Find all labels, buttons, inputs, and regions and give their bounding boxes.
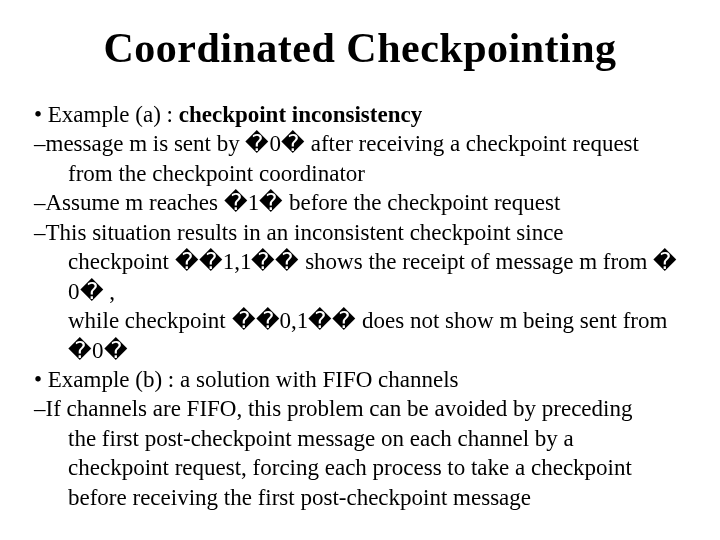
placeholder-icon: �	[275, 247, 299, 276]
continuation: before receiving the first post-checkpoi…	[34, 483, 686, 512]
text: shows the receipt of message m from	[299, 249, 653, 274]
placeholder-icon: �	[281, 129, 305, 158]
text: –message m is sent by	[34, 131, 245, 156]
bullet-assume: –Assume m reaches �1� before the checkpo…	[34, 188, 686, 217]
slide-title: Coordinated Checkpointing	[34, 24, 686, 72]
text: ,	[104, 279, 116, 304]
placeholder-icon: �	[308, 306, 332, 335]
placeholder-icon: �	[245, 129, 269, 158]
placeholder-icon: �	[68, 336, 92, 365]
continuation: checkpoint request, forcing each process…	[34, 453, 686, 482]
text: after receiving a checkpoint request	[305, 131, 639, 156]
text: while checkpoint	[68, 308, 232, 333]
text: 1	[248, 190, 260, 215]
bullet-fifo: –If channels are FIFO, this problem can …	[34, 394, 686, 423]
placeholder-icon: �	[175, 247, 199, 276]
text: before the checkpoint request	[283, 190, 560, 215]
placeholder-icon: �	[199, 247, 223, 276]
continuation: while checkpoint ��0,1�� does not show m…	[34, 306, 686, 365]
text: 0	[269, 131, 281, 156]
text: –Assume m reaches	[34, 190, 224, 215]
continuation: the first post-checkpoint message on eac…	[34, 424, 686, 453]
text: 0	[92, 338, 104, 363]
bullet-situation: –This situation results in an inconsiste…	[34, 218, 686, 247]
placeholder-icon: �	[80, 277, 104, 306]
text: 0	[68, 279, 80, 304]
placeholder-icon: �	[259, 188, 283, 217]
continuation: from the checkpoint coordinator	[34, 159, 686, 188]
text: checkpoint	[68, 249, 175, 274]
text: 1,1	[223, 249, 252, 274]
text: does not show m being sent from	[356, 308, 667, 333]
continuation: checkpoint ��1,1�� shows the receipt of …	[34, 247, 686, 306]
placeholder-icon: �	[104, 336, 128, 365]
placeholder-icon: �	[332, 306, 356, 335]
placeholder-icon: �	[232, 306, 256, 335]
slide: Coordinated Checkpointing • Example (a) …	[0, 0, 720, 540]
placeholder-icon: �	[256, 306, 280, 335]
text: • Example (a) :	[34, 102, 179, 127]
text: 0,1	[280, 308, 309, 333]
bullet-example-b: • Example (b) : a solution with FIFO cha…	[34, 365, 686, 394]
bullet-msg-sent: –message m is sent by �0� after receivin…	[34, 129, 686, 158]
placeholder-icon: �	[653, 247, 677, 276]
placeholder-icon: �	[251, 247, 275, 276]
text-bold: checkpoint inconsistency	[179, 102, 422, 127]
bullet-example-a: • Example (a) : checkpoint inconsistency	[34, 100, 686, 129]
placeholder-icon: �	[224, 188, 248, 217]
slide-body: • Example (a) : checkpoint inconsistency…	[34, 100, 686, 512]
